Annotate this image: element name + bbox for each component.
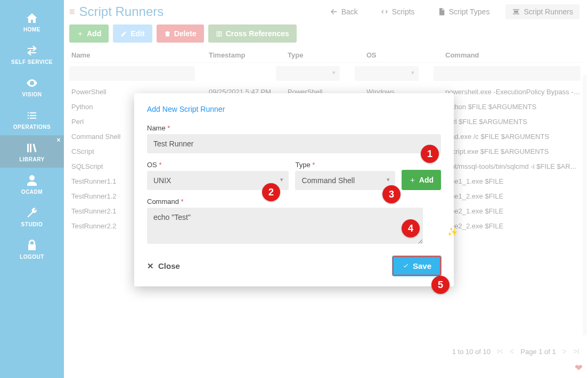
wand-icon[interactable]: ✨ <box>447 227 458 237</box>
os-label: OS * <box>147 161 289 169</box>
callout-1: 1 <box>421 145 439 163</box>
name-label: Name * <box>147 124 441 132</box>
callout-4: 4 <box>402 219 420 237</box>
callout-2: 2 <box>262 183 280 201</box>
modal-add-script-runner: Add New Script Runner Name * OS * UNIX T… <box>134 93 454 286</box>
modal-footer: ✕ Close Save <box>147 256 441 276</box>
check-icon <box>402 262 410 270</box>
btn-label: Add <box>419 176 434 184</box>
type-select[interactable]: Command Shell <box>295 171 395 190</box>
command-textarea[interactable] <box>147 208 423 244</box>
plus-icon <box>409 177 416 184</box>
save-label: Save <box>413 261 431 270</box>
type-label: Type * <box>295 161 395 169</box>
callout-3: 3 <box>382 185 401 203</box>
modal-title: Add New Script Runner <box>147 105 441 113</box>
callout-5: 5 <box>431 276 450 294</box>
add-type-button[interactable]: Add <box>402 170 441 190</box>
save-button[interactable]: Save <box>393 256 441 276</box>
close-icon: ✕ <box>147 261 154 271</box>
name-input[interactable] <box>147 134 441 153</box>
close-button[interactable]: ✕ Close <box>147 261 180 271</box>
close-label: Close <box>158 261 180 270</box>
